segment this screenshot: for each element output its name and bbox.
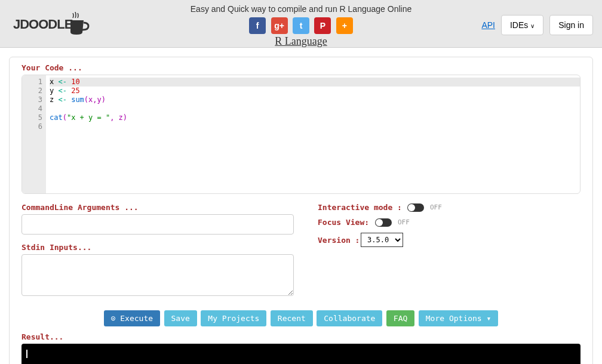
- panel: Your Code ... 1 2 3 4 5 6 x <- 10 y <- 2…: [9, 57, 593, 364]
- facebook-icon[interactable]: f: [249, 17, 266, 34]
- cursor: [26, 350, 27, 358]
- main: Your Code ... 1 2 3 4 5 6 x <- 10 y <- 2…: [0, 48, 602, 364]
- focus-toggle[interactable]: [375, 218, 392, 227]
- play-icon: ⊙: [111, 314, 116, 323]
- faq-button[interactable]: FAQ: [386, 310, 414, 326]
- more-options-button[interactable]: More Options ▾: [419, 310, 499, 326]
- code-content[interactable]: x <- 10 y <- 25 z <- sum(x,y) cat("x + y…: [46, 75, 580, 193]
- code-editor[interactable]: 1 2 3 4 5 6 x <- 10 y <- 25 z <- sum(x,y…: [22, 75, 580, 194]
- ides-dropdown[interactable]: IDEs ∨: [501, 15, 543, 35]
- chevron-down-icon: ∨: [530, 23, 535, 29]
- projects-button[interactable]: My Projects: [201, 310, 266, 326]
- stdin-label: Stdin Inputs...: [22, 243, 294, 252]
- code-label: Your Code ...: [22, 63, 580, 72]
- result-label: Result...: [22, 332, 580, 341]
- googleplus-icon[interactable]: g+: [271, 17, 288, 34]
- interactive-toggle[interactable]: [407, 203, 424, 212]
- tagline: Easy and Quick way to compile and run R …: [0, 0, 602, 14]
- result-output[interactable]: [22, 344, 580, 364]
- collaborate-button[interactable]: Collaborate: [317, 310, 382, 326]
- cmdline-label: CommandLine Arguments ...: [22, 203, 294, 212]
- line-gutter: 1 2 3 4 5 6: [22, 75, 46, 193]
- header-right: API IDEs ∨ Sign in: [481, 15, 593, 35]
- save-button[interactable]: Save: [164, 310, 197, 326]
- signin-button[interactable]: Sign in: [549, 15, 593, 35]
- execute-button[interactable]: ⊙ Execute: [104, 310, 160, 326]
- caret-down-icon: ▾: [487, 314, 492, 323]
- focus-state: OFF: [398, 218, 410, 226]
- stdin-input[interactable]: [22, 254, 294, 296]
- focus-label: Focus View:: [318, 218, 375, 227]
- result-section: Result...: [22, 332, 580, 364]
- logo-text: JDOODLE: [13, 17, 72, 32]
- cmdline-input[interactable]: [22, 214, 294, 235]
- header: JDOODLE Easy and Quick way to compile an…: [0, 0, 602, 48]
- version-label: Version :: [318, 236, 361, 245]
- language-title[interactable]: R Language: [0, 35, 602, 48]
- recent-button[interactable]: Recent: [271, 310, 313, 326]
- action-buttons: ⊙ Execute Save My Projects Recent Collab…: [22, 310, 580, 326]
- twitter-icon[interactable]: t: [293, 17, 309, 34]
- logo[interactable]: JDOODLE: [12, 0, 90, 37]
- version-select[interactable]: 3.5.0: [361, 233, 403, 247]
- share-plus-icon[interactable]: +: [336, 17, 353, 34]
- interactive-label: Interactive mode :: [318, 203, 407, 212]
- pinterest-icon[interactable]: P: [314, 17, 331, 34]
- api-link[interactable]: API: [481, 20, 495, 30]
- interactive-state: OFF: [430, 203, 442, 211]
- controls: CommandLine Arguments ... Stdin Inputs..…: [22, 203, 580, 298]
